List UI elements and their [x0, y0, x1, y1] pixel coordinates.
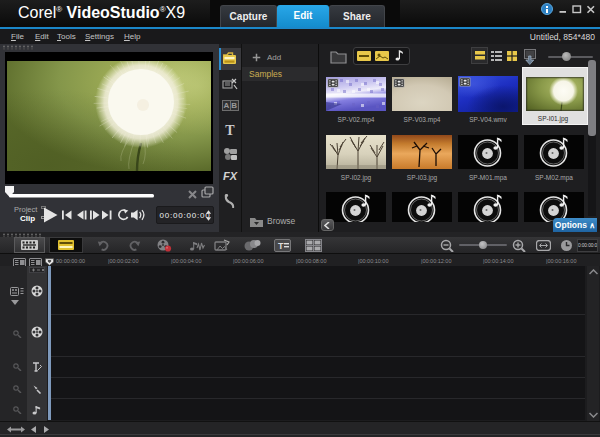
svg-text:T: T	[278, 241, 284, 251]
